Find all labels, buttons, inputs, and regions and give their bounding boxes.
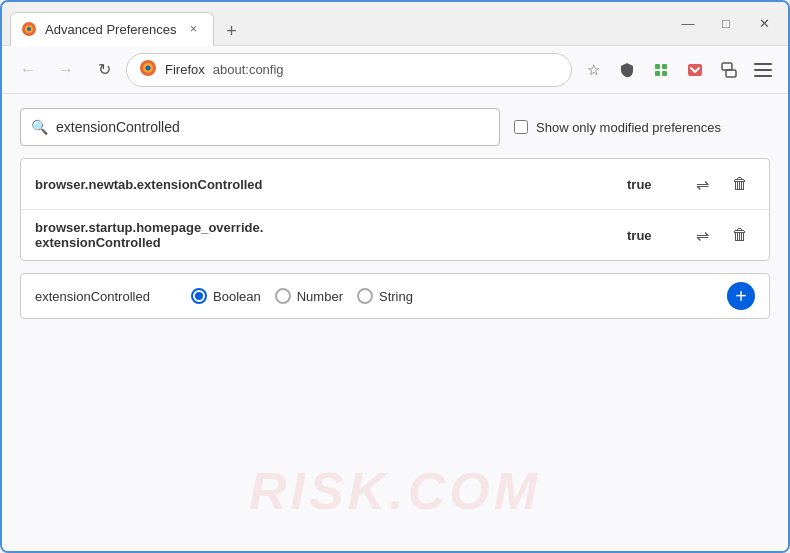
- synced-tabs-icon[interactable]: [714, 55, 744, 85]
- tab-title: Advanced Preferences: [45, 22, 177, 37]
- svg-point-2: [27, 27, 31, 31]
- svg-rect-6: [655, 64, 660, 69]
- delete-button[interactable]: 🗑: [725, 220, 755, 250]
- browser-logo: [139, 59, 157, 81]
- shield-icon[interactable]: [612, 55, 642, 85]
- active-tab[interactable]: Advanced Preferences ×: [10, 12, 214, 46]
- svg-rect-9: [662, 71, 667, 76]
- delete-button[interactable]: 🗑: [725, 169, 755, 199]
- search-box[interactable]: 🔍: [20, 108, 500, 146]
- url-display: about:config: [213, 62, 284, 77]
- svg-rect-10: [688, 64, 702, 76]
- radio-dot-boolean: [195, 292, 203, 300]
- arrows-icon: ⇌: [696, 175, 709, 194]
- new-preference-row: extensionControlled Boolean Number: [20, 273, 770, 319]
- arrows-icon: ⇌: [696, 226, 709, 245]
- table-row[interactable]: browser.newtab.extensionControlled true …: [21, 159, 769, 210]
- modified-label: Show only modified preferences: [536, 120, 721, 135]
- browser-name: Firefox: [165, 62, 205, 77]
- type-radio-group: Boolean Number String: [191, 288, 711, 304]
- radio-circle-string: [357, 288, 373, 304]
- radio-circle-number: [275, 288, 291, 304]
- minimize-button[interactable]: —: [672, 10, 704, 38]
- radio-number[interactable]: Number: [275, 288, 343, 304]
- pref-actions: ⇌ 🗑: [687, 169, 755, 199]
- close-button[interactable]: ✕: [748, 10, 780, 38]
- content-area: RISK.COM 🔍 Show only modified preference…: [2, 94, 788, 551]
- preferences-table: browser.newtab.extensionControlled true …: [20, 158, 770, 261]
- radio-string[interactable]: String: [357, 288, 413, 304]
- browser-window: Advanced Preferences × + — □ ✕ ← → ↻ Fir…: [0, 0, 790, 553]
- svg-rect-11: [722, 63, 732, 70]
- watermark: RISK.COM: [249, 461, 541, 521]
- pref-name: browser.startup.homepage_override. exten…: [35, 220, 627, 250]
- radio-circle-boolean: [191, 288, 207, 304]
- tab-favicon: [21, 21, 37, 37]
- tab-close-button[interactable]: ×: [185, 20, 203, 38]
- search-input[interactable]: [56, 119, 489, 135]
- pocket-icon[interactable]: [680, 55, 710, 85]
- reload-button[interactable]: ↻: [88, 54, 120, 86]
- pref-actions: ⇌ 🗑: [687, 220, 755, 250]
- modified-checkbox[interactable]: [514, 120, 528, 134]
- add-preference-button[interactable]: +: [727, 282, 755, 310]
- window-controls: — □ ✕: [672, 10, 780, 38]
- new-tab-button[interactable]: +: [218, 17, 246, 45]
- bookmark-icon[interactable]: ☆: [578, 55, 608, 85]
- svg-point-5: [146, 65, 151, 70]
- nav-icons-group: ☆: [578, 55, 778, 85]
- toggle-button[interactable]: ⇌: [687, 220, 717, 250]
- navigation-bar: ← → ↻ Firefox about:config ☆: [2, 46, 788, 94]
- table-row[interactable]: browser.startup.homepage_override. exten…: [21, 210, 769, 260]
- modified-filter-row: Show only modified preferences: [514, 120, 721, 135]
- pref-value: true: [627, 177, 687, 192]
- search-icon: 🔍: [31, 119, 48, 135]
- address-bar[interactable]: Firefox about:config: [126, 53, 572, 87]
- back-button[interactable]: ←: [12, 54, 44, 86]
- extension-icon[interactable]: [646, 55, 676, 85]
- svg-rect-12: [726, 70, 736, 77]
- tab-strip: Advanced Preferences × +: [10, 2, 672, 45]
- svg-rect-7: [662, 64, 667, 69]
- title-bar: Advanced Preferences × + — □ ✕: [2, 2, 788, 46]
- toggle-button[interactable]: ⇌: [687, 169, 717, 199]
- pref-value: true: [627, 228, 687, 243]
- radio-label-boolean: Boolean: [213, 289, 261, 304]
- trash-icon: 🗑: [732, 175, 748, 193]
- radio-boolean[interactable]: Boolean: [191, 288, 261, 304]
- radio-label-number: Number: [297, 289, 343, 304]
- svg-rect-8: [655, 71, 660, 76]
- forward-button[interactable]: →: [50, 54, 82, 86]
- maximize-button[interactable]: □: [710, 10, 742, 38]
- trash-icon: 🗑: [732, 226, 748, 244]
- menu-button[interactable]: [748, 55, 778, 85]
- new-pref-name: extensionControlled: [35, 289, 175, 304]
- search-row: 🔍 Show only modified preferences: [20, 108, 770, 146]
- radio-label-string: String: [379, 289, 413, 304]
- pref-name: browser.newtab.extensionControlled: [35, 177, 627, 192]
